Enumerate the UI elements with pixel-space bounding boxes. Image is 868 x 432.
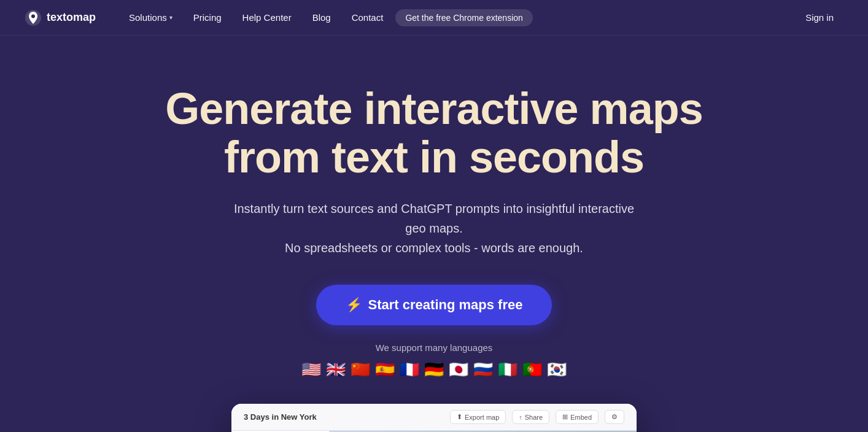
- nav-item-contact[interactable]: Contact: [343, 7, 392, 28]
- export-icon: ⬆: [457, 413, 462, 421]
- nav-item-chrome-extension[interactable]: Get the free Chrome extension: [395, 9, 532, 26]
- nav-signin-link[interactable]: Sign in: [796, 7, 843, 28]
- embed-icon: ⊞: [562, 413, 568, 421]
- nav-item-pricing[interactable]: Pricing: [185, 7, 230, 28]
- hero-subtitle: Instantly turn text sources and ChatGPT …: [225, 199, 643, 258]
- cta-label: Start creating maps free: [368, 297, 523, 313]
- flag-icon: 🇮🇹: [498, 360, 517, 379]
- flag-icon: 🇫🇷: [400, 360, 419, 379]
- app-preview-actions: ⬆ Export map ↑ Share ⊞ Embed ⚙: [450, 410, 624, 424]
- cta-emoji: ⚡: [346, 297, 362, 313]
- share-button[interactable]: ↑ Share: [512, 410, 549, 424]
- app-preview-bar: 3 Days in New York ⬆ Export map ↑ Share …: [231, 404, 637, 431]
- nav-item-solutions[interactable]: Solutions ▾: [120, 7, 181, 28]
- languages-label: We support many languages: [376, 342, 493, 353]
- flag-icon: 🇪🇸: [375, 360, 395, 379]
- gear-icon: ⚙: [611, 413, 618, 421]
- share-icon: ↑: [519, 414, 522, 421]
- export-map-button[interactable]: ⬆ Export map: [450, 410, 506, 424]
- chevron-down-icon: ▾: [169, 14, 172, 21]
- logo-text: textomap: [47, 11, 96, 24]
- flag-icon: 🇬🇧: [326, 360, 346, 379]
- flag-icon: 🇷🇺: [473, 360, 493, 379]
- flag-icon: 🇩🇪: [424, 360, 444, 379]
- flag-icon: 🇰🇷: [547, 360, 567, 379]
- nav-item-blog[interactable]: Blog: [304, 7, 339, 28]
- app-preview: 3 Days in New York ⬆ Export map ↑ Share …: [231, 404, 637, 432]
- logo-link[interactable]: textomap: [25, 9, 96, 26]
- hero-title: Generate interactive maps from text in s…: [165, 85, 702, 182]
- nav-item-help-center[interactable]: Help Center: [234, 7, 300, 28]
- nav-links: Solutions ▾ Pricing Help Center Blog Con…: [120, 7, 796, 28]
- flag-icon: 🇨🇳: [351, 360, 370, 379]
- flag-icon: 🇺🇸: [301, 360, 321, 379]
- flag-icon: 🇯🇵: [449, 360, 468, 379]
- settings-button[interactable]: ⚙: [605, 410, 624, 424]
- navbar: textomap Solutions ▾ Pricing Help Center…: [0, 0, 868, 36]
- embed-button[interactable]: ⊞ Embed: [556, 410, 599, 424]
- hero-section: Generate interactive maps from text in s…: [0, 36, 868, 432]
- svg-point-1: [31, 14, 35, 18]
- logo-icon: [25, 9, 42, 26]
- cta-button[interactable]: ⚡ Start creating maps free: [316, 285, 552, 325]
- language-flags: 🇺🇸🇬🇧🇨🇳🇪🇸🇫🇷🇩🇪🇯🇵🇷🇺🇮🇹🇵🇹🇰🇷: [301, 360, 567, 379]
- app-preview-title: 3 Days in New York: [244, 412, 317, 422]
- flag-icon: 🇵🇹: [522, 360, 542, 379]
